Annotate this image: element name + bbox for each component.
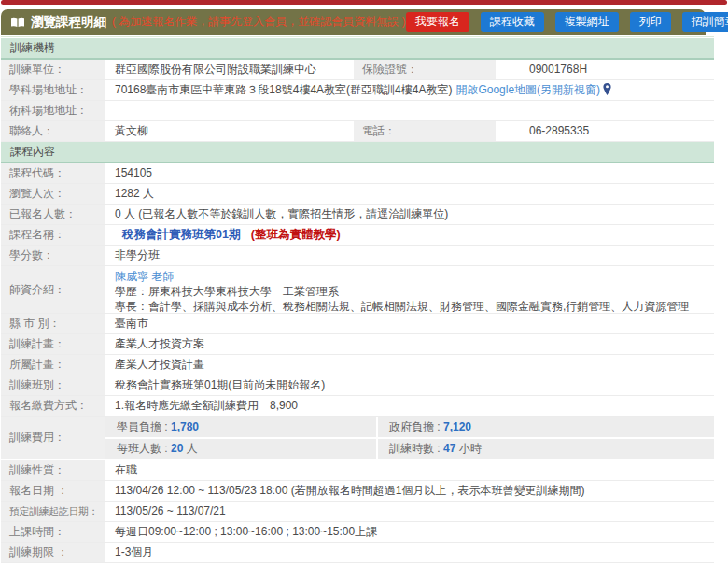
course-name-text: 稅務會計實務班第01期 bbox=[122, 228, 240, 241]
toolbar: 我要報名 課程收藏 複製網址 列印 招訓簡章下載 bbox=[406, 12, 728, 32]
course-code-label: 課程代碼： bbox=[1, 163, 105, 183]
row-teacher-intro: 師資介紹： 陳威寧 老師 學歷：屏東科技大學東科技大學 工業管理系 專長：會計學… bbox=[1, 266, 714, 314]
class-type-value: 稅務會計實務班第01期(目前尚未開始報名) bbox=[105, 375, 325, 395]
phone-value: 06-2895335 bbox=[496, 121, 714, 141]
course-name-note: (整班為實體教學) bbox=[251, 228, 341, 241]
row-training-nature: 訓練性質： 在職 bbox=[1, 460, 714, 481]
payment-method-value: 1.報名時應先繳全額訓練費用 8,900 bbox=[105, 396, 298, 416]
parent-program-value: 產業人才投資計畫 bbox=[105, 355, 204, 375]
section-course-header: 課程內容 bbox=[1, 142, 714, 163]
row-classroom-address: 學科場地地址： 70168臺南市東區中華東路３段18號4樓4A教室(群亞職訓4樓… bbox=[1, 80, 714, 101]
training-fee-grid: 學員負擔 : 1,780 政府負擔 : 7,120 每班人數 : 20 人 訓練… bbox=[105, 417, 714, 460]
row-credits: 學分數： 非學分班 bbox=[1, 246, 714, 266]
header-bar: 瀏覽課程明細 ( 為加速報名作業，請事先登入會員，並確認會員資料無誤 ) 我要報… bbox=[1, 9, 706, 35]
row-class-time: 上課時間： 每週日09:00~12:00 ; 13:00~16:00 ; 13:… bbox=[1, 522, 714, 543]
duration-value: 1-3個月 bbox=[105, 543, 153, 562]
course-detail-page: 瀏覽課程明細 ( 為加速報名作業，請事先登入會員，並確認會員資料無誤 ) 我要報… bbox=[0, 0, 728, 566]
print-button[interactable]: 列印 bbox=[630, 12, 671, 32]
row-training-fee: 訓練費用： 學員負擔 : 1,780 政府負擔 : 7,120 每班人數 : 2… bbox=[1, 417, 714, 460]
training-plan-value: 產業人才投資方案 bbox=[105, 334, 204, 354]
fee-class-size-value: 20 bbox=[171, 442, 183, 455]
section-org-header: 訓練機構 bbox=[1, 38, 714, 60]
class-type-label: 訓練班別： bbox=[1, 375, 105, 395]
parent-program-label: 所屬計畫： bbox=[1, 355, 105, 375]
practice-address-value bbox=[105, 101, 115, 120]
course-code-value: 154105 bbox=[105, 163, 152, 183]
row-enrolled-count: 已報名人數： 0 人 (已報名人數不等於錄訓人數，實際招生情形，請逕洽訓練單位) bbox=[1, 205, 714, 225]
class-time-label: 上課時間： bbox=[1, 522, 105, 542]
registration-date-value: 113/04/26 12:00 ~ 113/05/23 18:00 (若開放報名… bbox=[105, 481, 584, 501]
detail-table: 訓練機構 訓練單位： 群亞國際股份有限公司附設職業訓練中心 保險證號： 0900… bbox=[1, 36, 714, 563]
row-training-plan: 訓練計畫： 產業人才投資方案 bbox=[1, 334, 714, 355]
credits-value: 非學分班 bbox=[105, 246, 160, 265]
favorite-course-button[interactable]: 課程收藏 bbox=[481, 12, 544, 32]
fee-class-size-cell: 每班人數 : 20 人 bbox=[105, 439, 376, 459]
view-count-label: 瀏覽人次： bbox=[1, 184, 105, 204]
page-title: 瀏覽課程明細 bbox=[31, 14, 106, 31]
insurance-no-label: 保險證號： bbox=[354, 60, 496, 79]
registration-date-label: 報名日期 ： bbox=[1, 481, 105, 501]
training-nature-label: 訓練性質： bbox=[1, 460, 105, 480]
city-label: 縣 市 別： bbox=[1, 314, 105, 333]
row-class-type: 訓練班別： 稅務會計實務班第01期(目前尚未開始報名) bbox=[1, 375, 714, 396]
training-period-label: 預定訓練起訖日期： bbox=[1, 502, 105, 521]
training-unit-label: 訓練單位： bbox=[1, 60, 105, 79]
copy-url-button[interactable]: 複製網址 bbox=[555, 12, 619, 32]
row-view-count: 瀏覽人次： 1282 人 bbox=[1, 184, 714, 205]
enrolled-count-label: 已報名人數： bbox=[1, 205, 105, 224]
contact-label: 聯絡人： bbox=[1, 121, 105, 141]
row-city: 縣 市 別： 臺南市 bbox=[1, 314, 714, 334]
training-period-value: 113/05/26 ~ 113/07/21 bbox=[105, 502, 226, 521]
teacher-intro-value: 陳威寧 老師 學歷：屏東科技大學東科技大學 工業管理系 專長：會計學、採購與成本… bbox=[105, 266, 689, 313]
fee-government-label: 政府負擔 : bbox=[389, 420, 443, 433]
class-time-value: 每週日09:00~12:00 ; 13:00~16:00 ; 13:00~15:… bbox=[105, 522, 377, 542]
training-nature-value: 在職 bbox=[105, 460, 137, 480]
training-plan-label: 訓練計畫： bbox=[1, 334, 105, 354]
fee-government-value: 7,120 bbox=[443, 420, 471, 433]
duration-label: 訓練期限 ： bbox=[1, 543, 105, 562]
teacher-expertise: 專長：會計學、採購與成本分析、稅務相關法規、記帳相關法規、財務管理、國際金融實務… bbox=[115, 299, 689, 314]
classroom-address-text: 70168臺南市東區中華東路３段18號4樓4A教室(群亞職訓4樓4A教室) bbox=[115, 83, 452, 96]
download-brochure-button[interactable]: 招訓簡章下載 bbox=[682, 12, 728, 32]
fee-government-cell: 政府負擔 : 7,120 bbox=[378, 417, 714, 437]
map-pin-icon[interactable] bbox=[603, 82, 611, 102]
teacher-education: 學歷：屏東科技大學東科技大學 工業管理系 bbox=[115, 284, 689, 299]
row-course-code: 課程代碼： 154105 bbox=[1, 163, 714, 184]
row-payment-method: 報名繳費方式： 1.報名時應先繳全額訓練費用 8,900 bbox=[1, 396, 714, 417]
insurance-no-value: 09001768H bbox=[496, 60, 714, 79]
enrolled-count-value: 0 人 (已報名人數不等於錄訓人數，實際招生情形，請逕洽訓練單位) bbox=[105, 205, 448, 224]
row-registration-date: 報名日期 ： 113/04/26 12:00 ~ 113/05/23 18:00… bbox=[1, 481, 714, 502]
fee-hours-unit: 小時 bbox=[455, 442, 481, 455]
fee-hours-cell: 訓練時數 : 47 小時 bbox=[378, 439, 714, 459]
city-value: 臺南市 bbox=[105, 314, 148, 333]
row-parent-program: 所屬計畫： 產業人才投資計畫 bbox=[1, 355, 714, 375]
training-fee-label: 訓練費用： bbox=[1, 417, 105, 459]
google-map-link[interactable]: 開啟Google地圖(另開新視窗) bbox=[455, 83, 600, 96]
payment-method-label: 報名繳費方式： bbox=[1, 396, 105, 416]
fee-student-cell: 學員負擔 : 1,780 bbox=[105, 417, 376, 437]
fee-class-size-unit: 人 bbox=[183, 442, 197, 455]
contact-value: 黃文柳 bbox=[105, 121, 354, 141]
classroom-address-value: 70168臺南市東區中華東路３段18號4樓4A教室(群亞職訓4樓4A教室)開啟G… bbox=[105, 80, 611, 100]
open-book-icon bbox=[10, 17, 25, 28]
row-course-name: 課程名稱： 稅務會計實務班第01期 (整班為實體教學) bbox=[1, 225, 714, 246]
view-count-value: 1282 人 bbox=[105, 184, 154, 204]
fee-class-size-label: 每班人數 : bbox=[117, 442, 171, 455]
training-unit-value: 群亞國際股份有限公司附設職業訓練中心 bbox=[105, 60, 354, 79]
fee-hours-value: 47 bbox=[443, 442, 455, 455]
fee-student-value: 1,780 bbox=[171, 420, 199, 433]
top-red-bar bbox=[1, 0, 727, 5]
row-training-period: 預定訓練起訖日期： 113/05/26 ~ 113/07/21 bbox=[1, 502, 714, 522]
fee-student-label: 學員負擔 : bbox=[117, 420, 171, 433]
course-name-value: 稅務會計實務班第01期 (整班為實體教學) bbox=[105, 225, 341, 245]
row-duration: 訓練期限 ： 1-3個月 bbox=[1, 543, 714, 563]
row-contact: 聯絡人： 黃文柳 電話： 06-2895335 bbox=[1, 121, 714, 142]
teacher-name-link[interactable]: 陳威寧 老師 bbox=[115, 270, 174, 283]
phone-label: 電話： bbox=[354, 121, 496, 141]
fee-hours-label: 訓練時數 : bbox=[389, 442, 443, 455]
page-title-note: ( 為加速報名作業，請事先登入會員，並確認會員資料無誤 ) bbox=[112, 14, 406, 30]
teacher-intro-label: 師資介紹： bbox=[1, 266, 105, 313]
credits-label: 學分數： bbox=[1, 246, 105, 265]
row-practice-address: 術科場地地址： bbox=[1, 101, 714, 121]
signup-button[interactable]: 我要報名 bbox=[406, 12, 469, 32]
